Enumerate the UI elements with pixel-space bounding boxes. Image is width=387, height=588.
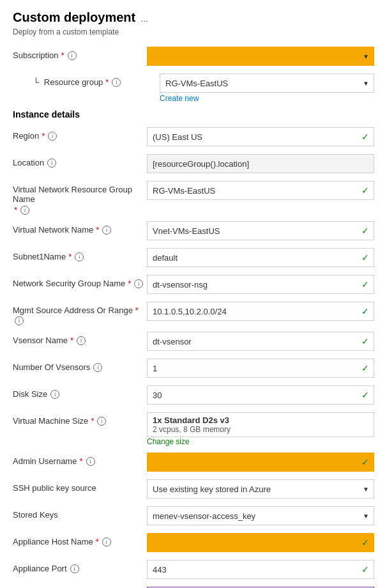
vnet-name-info-icon[interactable]: i: [102, 226, 111, 235]
nsg-input[interactable]: [147, 275, 374, 294]
num-vsensors-input[interactable]: [147, 359, 374, 378]
num-vsensors-info-icon[interactable]: i: [93, 363, 102, 372]
appliance-host-input[interactable]: [147, 533, 374, 552]
vsensor-name-label: Vsensor Name* i: [13, 332, 147, 345]
nsg-info-icon[interactable]: i: [134, 279, 143, 288]
vnet-name-input[interactable]: [147, 221, 374, 240]
subscription-label: Subscription* i: [13, 47, 147, 60]
subnet-input[interactable]: [147, 248, 374, 267]
mgmt-source-input[interactable]: [147, 302, 374, 321]
region-info-icon[interactable]: i: [48, 132, 57, 141]
stored-keys-select[interactable]: menev-vsensor-access_key: [147, 506, 374, 525]
appliance-host-label: Appliance Host Name* i: [13, 533, 147, 546]
subscription-info-icon[interactable]: i: [68, 51, 77, 60]
admin-username-info-icon[interactable]: i: [86, 457, 95, 466]
region-label: Region* i: [13, 127, 147, 141]
vnet-rg-label: Virtual Network Resource Group Name* i: [13, 181, 147, 215]
location-input[interactable]: [147, 154, 374, 173]
page-subtitle: Deploy from a custom template: [13, 27, 374, 36]
vnet-rg-info-icon[interactable]: i: [20, 206, 29, 215]
vnet-rg-select[interactable]: RG-VMs-EastUS: [147, 181, 374, 200]
location-label: Location i: [13, 154, 147, 167]
vm-size-block: 1x Standard D2s v3 2 vcpus, 8 GB memory: [147, 412, 374, 437]
change-size-link[interactable]: Change size: [147, 437, 374, 446]
resource-group-select[interactable]: RG-VMs-EastUS: [160, 74, 374, 93]
appliance-port-input[interactable]: [147, 560, 374, 579]
resource-group-info-icon[interactable]: i: [112, 78, 121, 87]
vsensor-name-info-icon[interactable]: i: [77, 336, 86, 345]
disk-size-label: Disk Size i: [13, 385, 147, 399]
region-select[interactable]: (US) East US: [147, 127, 374, 146]
subscription-input[interactable]: [147, 47, 374, 66]
vm-size-label: Virtual Machine Size* i: [13, 412, 147, 426]
vm-size-details: 2 vcpus, 8 GB memory: [153, 425, 368, 434]
create-new-link[interactable]: Create new: [160, 94, 374, 103]
ssh-key-source-label: SSH public key source: [13, 479, 147, 493]
appliance-host-info-icon[interactable]: i: [102, 538, 111, 546]
vm-size-info-icon[interactable]: i: [97, 417, 106, 426]
nsg-label: Network Security Group Name* i: [13, 275, 147, 288]
mgmt-source-info-icon[interactable]: i: [15, 316, 24, 325]
admin-username-input[interactable]: [147, 453, 374, 472]
appliance-port-label: Appliance Port i: [13, 560, 147, 573]
section-instance-details: Instance details: [13, 109, 374, 120]
vm-size-name: 1x Standard D2s v3: [153, 415, 368, 425]
ssh-key-source-select[interactable]: Use existing key stored in Azure: [147, 479, 374, 499]
num-vsensors-label: Number Of Vsensors i: [13, 359, 147, 372]
more-options-button[interactable]: ...: [140, 13, 148, 24]
resource-group-label: └ Resource group * i: [26, 74, 160, 87]
admin-username-label: Admin Username* i: [13, 453, 147, 466]
disk-size-info-icon[interactable]: i: [50, 390, 59, 399]
page-title: Custom deployment: [13, 10, 135, 25]
stored-keys-label: Stored Keys: [13, 506, 147, 520]
subnet-info-icon[interactable]: i: [75, 252, 84, 261]
appliance-port-info-icon[interactable]: i: [70, 564, 79, 573]
disk-size-input[interactable]: [147, 385, 374, 405]
vsensor-name-input[interactable]: [147, 332, 374, 351]
location-info-icon[interactable]: i: [47, 159, 56, 167]
mgmt-source-label: Mgmt Source Address Or Range* i: [13, 302, 147, 325]
vnet-name-label: Virtual Network Name* i: [13, 221, 147, 235]
subnet-label: Subnet1Name* i: [13, 248, 147, 261]
